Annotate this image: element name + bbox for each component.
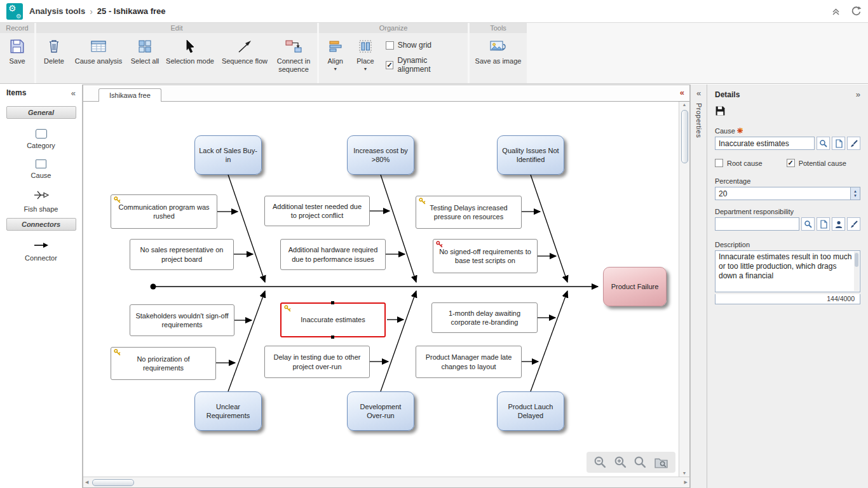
horizontal-scroll-thumb[interactable] <box>92 479 134 486</box>
breadcrumb-app-name[interactable]: Analysis tools <box>29 6 85 16</box>
category-node[interactable]: Product Lauch Delayed <box>497 391 564 431</box>
selection-handle[interactable] <box>331 301 334 304</box>
ribbon-group-record-label: Record <box>0 23 34 33</box>
search-icon[interactable] <box>817 137 830 150</box>
description-scrollbar[interactable] <box>854 252 859 291</box>
step-down-icon[interactable]: ▼ <box>853 194 857 198</box>
sidebar-item-category[interactable]: Category <box>0 129 82 149</box>
description-scroll-thumb[interactable] <box>855 253 858 267</box>
person-icon[interactable] <box>832 217 845 231</box>
category-node[interactable]: Lack of Sales Buy-in <box>194 135 262 175</box>
cursor-icon <box>184 37 196 55</box>
cause-node[interactable]: Product Manager made late changes to lay… <box>416 346 522 378</box>
cause-analysis-icon <box>90 37 107 55</box>
canvas-horizontal-scrollbar[interactable]: ◀ ▶ <box>83 477 689 487</box>
category-node[interactable]: Unclear Requirements <box>194 391 262 431</box>
effect-node[interactable]: Product Failure <box>603 267 667 306</box>
brush-icon[interactable] <box>847 217 860 231</box>
cause-node[interactable]: 1-month delay awaiting corporate re-bran… <box>431 302 538 333</box>
category-item-label: Category <box>27 142 55 149</box>
scroll-right-icon[interactable]: ▶ <box>684 479 688 485</box>
cause-node-selected[interactable]: Inaccurate estimates <box>280 302 386 337</box>
section-connectors[interactable]: Connectors <box>6 218 76 231</box>
sidebar-item-cause[interactable]: Cause <box>0 159 82 179</box>
cause-analysis-button[interactable]: Cause analysis <box>71 34 126 83</box>
cause-node[interactable]: No sales representative on project board <box>130 239 234 270</box>
scroll-left-icon[interactable]: ◀ <box>85 479 88 485</box>
category-node[interactable]: Quality Issues Not Identified <box>497 135 564 175</box>
collapse-diagram-icon[interactable]: « <box>680 88 684 97</box>
properties-tab[interactable]: Properties <box>695 103 703 138</box>
description-textarea[interactable]: Innacurate estimates result in too much … <box>715 250 860 292</box>
selection-mode-button[interactable]: Selection mode <box>163 34 217 83</box>
cause-node[interactable]: Stakeholders wouldn't sign-off requireme… <box>130 304 234 336</box>
selection-mode-label: Selection mode <box>166 57 214 65</box>
diagram-tabbar: Ishikawa free « <box>83 85 689 102</box>
align-button[interactable]: Align ▼ <box>320 34 350 83</box>
dynamic-alignment-checkbox[interactable]: ✓ <box>386 61 394 69</box>
cause-node[interactable]: Additional tester needed due to project … <box>264 196 370 226</box>
search-icon[interactable] <box>801 217 815 231</box>
sidebar-item-connector[interactable]: Connector <box>0 241 82 262</box>
percentage-stepper[interactable]: ▲ ▼ <box>850 187 860 200</box>
cause-node[interactable]: No signed-off requirements to base test … <box>433 239 538 273</box>
potential-cause-checkbox[interactable]: ✓ <box>787 159 795 167</box>
potential-cause-label: Potential cause <box>799 159 846 167</box>
category-node[interactable]: Development Over-run <box>347 391 414 431</box>
canvas-vertical-scrollbar[interactable]: ▲ ▼ <box>679 102 689 477</box>
details-panel: Details » Cause <box>707 85 868 488</box>
cause-node[interactable]: Additional hardware required due to perf… <box>280 239 386 270</box>
refresh-icon[interactable] <box>851 6 862 17</box>
scroll-up-icon[interactable]: ▲ <box>682 102 687 108</box>
department-input[interactable] <box>715 217 799 231</box>
zoom-reset-icon[interactable] <box>634 456 647 469</box>
department-field-label: Department responsibility <box>715 208 794 215</box>
delete-button[interactable]: Delete <box>37 34 71 83</box>
collapse-ribbon-icon[interactable] <box>831 7 841 16</box>
cause-node[interactable]: Delay in testing due to other project ov… <box>264 346 370 378</box>
step-up-icon[interactable]: ▲ <box>853 189 857 194</box>
zoom-toolbar <box>587 452 675 473</box>
place-dropdown-icon[interactable]: ▼ <box>363 67 368 71</box>
scroll-down-icon[interactable]: ▼ <box>682 470 687 477</box>
cause-node[interactable]: No priorization of requirements <box>111 347 216 380</box>
top-bar: ⚙ ⚙ Analysis tools › 25 - Ishikawa free <box>0 0 868 23</box>
save-icon <box>9 37 25 55</box>
cause-label: No priorization of requirements <box>116 355 210 373</box>
select-all-label: Select all <box>131 57 159 65</box>
selection-handle[interactable] <box>331 336 334 339</box>
save-details-icon[interactable] <box>715 105 726 116</box>
collapse-items-icon[interactable]: « <box>71 88 76 98</box>
save-as-image-button[interactable]: Save as image <box>471 34 526 83</box>
place-button[interactable]: Place ▼ <box>350 34 380 83</box>
brush-icon[interactable] <box>847 137 860 150</box>
save-button[interactable]: Save <box>1 34 33 83</box>
root-cause-checkbox[interactable] <box>715 159 723 167</box>
section-general[interactable]: General <box>6 106 76 119</box>
cause-input[interactable] <box>715 137 815 150</box>
vertical-scroll-thumb[interactable] <box>681 110 688 163</box>
zoom-out-icon[interactable] <box>593 456 607 469</box>
zoom-in-icon[interactable] <box>614 456 627 469</box>
document-icon[interactable] <box>817 217 830 231</box>
cause-label: Testing Delays increased pressure on res… <box>421 203 516 222</box>
connect-in-sequence-button[interactable]: Connect in sequence <box>273 34 315 83</box>
cause-node[interactable]: Testing Delays increased pressure on res… <box>416 196 522 229</box>
collapse-details-icon[interactable]: » <box>856 90 860 99</box>
document-icon[interactable] <box>832 137 845 150</box>
fishbone-canvas[interactable]: Lack of Sales Buy-in Increases cost by >… <box>83 102 679 477</box>
category-node[interactable]: Increases cost by >80% <box>347 135 414 175</box>
ribbon-group-organize: Organize Align ▼ Place ▼ Show grid <box>319 23 468 83</box>
align-dropdown-icon[interactable]: ▼ <box>333 67 337 71</box>
sequence-flow-button[interactable]: Sequence flow <box>217 34 273 83</box>
fit-to-window-icon[interactable] <box>654 456 668 469</box>
sidebar-item-fish-shape[interactable]: Fish shape <box>0 189 82 213</box>
collapse-properties-icon[interactable]: « <box>696 88 701 98</box>
cause-node[interactable]: Communication program was rushed <box>111 194 217 229</box>
tab-ishikawa-free[interactable]: Ishikawa free <box>98 88 161 102</box>
ribbon-group-tools: Tools Save as image <box>470 23 527 83</box>
select-all-button[interactable]: Select all <box>126 34 163 83</box>
show-grid-checkbox[interactable] <box>386 41 394 50</box>
percentage-input[interactable] <box>715 187 860 200</box>
image-icon <box>489 37 507 55</box>
